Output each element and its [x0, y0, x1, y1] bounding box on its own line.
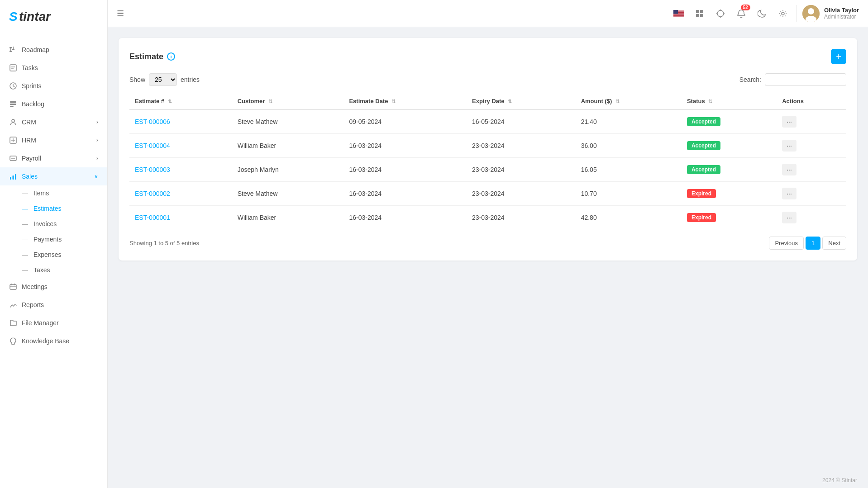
previous-button[interactable]: Previous: [769, 237, 804, 250]
next-button[interactable]: Next: [822, 237, 846, 250]
row-action-button[interactable]: ···: [782, 164, 796, 175]
svg-rect-38: [696, 14, 699, 17]
sidebar-item-invoices[interactable]: — Invoices: [22, 216, 107, 232]
entries-select[interactable]: 25 50 100: [149, 73, 177, 86]
table-row: EST-000002 Steve Mathew 16-03-2024 23-03…: [129, 182, 846, 206]
sidebar-item-label: HRM: [22, 137, 36, 144]
sidebar-item-knowledge-base[interactable]: Knowledge Base: [0, 332, 107, 350]
amount-cell: 21.40: [576, 109, 682, 134]
sort-icon: ⇅: [268, 99, 272, 104]
sidebar-nav: Roadmap Tasks Sprints Backlog: [0, 36, 107, 488]
sidebar-item-label: Backlog: [22, 100, 44, 108]
show-entries: Show 25 50 100 entries: [129, 73, 200, 86]
svg-point-45: [782, 12, 784, 15]
col-amount[interactable]: Amount ($) ⇅: [576, 93, 682, 109]
sidebar-item-taxes[interactable]: — Taxes: [22, 262, 107, 278]
payroll-chevron-icon: ›: [96, 155, 98, 161]
table-row: EST-000004 William Baker 16-03-2024 23-0…: [129, 134, 846, 158]
notification-count: 52: [741, 5, 750, 10]
sidebar: S tintar Roadmap Tasks Sprints: [0, 0, 108, 488]
estimate-link[interactable]: EST-000006: [135, 118, 170, 125]
sidebar-item-label: Payroll: [22, 155, 41, 162]
payroll-icon: [9, 154, 17, 162]
sales-submenu: — Items — Estimates — Invoices — Payment…: [0, 185, 107, 278]
page-1-button[interactable]: 1: [806, 237, 820, 250]
expiry-date-cell: 16-05-2024: [467, 109, 576, 134]
sales-icon: [9, 172, 17, 180]
crm-chevron-icon: ›: [96, 119, 98, 125]
svg-rect-20: [10, 177, 11, 180]
sidebar-item-meetings[interactable]: Meetings: [0, 278, 107, 296]
svg-rect-2: [10, 47, 12, 48]
sidebar-item-label: CRM: [22, 118, 36, 126]
col-label: Status: [687, 98, 705, 104]
status-badge: Expired: [687, 189, 716, 198]
svg-text:S: S: [9, 9, 18, 24]
sidebar-item-estimates[interactable]: — Estimates: [22, 201, 107, 216]
row-action-button[interactable]: ···: [782, 140, 796, 152]
status-badge: Accepted: [687, 141, 720, 150]
user-profile[interactable]: Olivia Taylor Administrator: [796, 5, 859, 22]
svg-point-40: [717, 10, 724, 17]
estimate-link[interactable]: EST-000002: [135, 190, 170, 197]
sidebar-item-backlog[interactable]: Backlog: [0, 95, 107, 113]
add-estimate-button[interactable]: +: [831, 49, 846, 64]
actions-cell: ···: [777, 182, 846, 206]
amount-cell: 42.80: [576, 206, 682, 230]
tasks-icon: [9, 64, 17, 72]
col-customer[interactable]: Customer ⇅: [232, 93, 344, 109]
col-status[interactable]: Status ⇅: [682, 93, 777, 109]
table-row: EST-000006 Steve Mathew 09-05-2024 16-05…: [129, 109, 846, 134]
backlog-icon: [9, 100, 17, 108]
col-label: Expiry Date: [472, 98, 505, 104]
col-estimate-num[interactable]: Estimate # ⇅: [129, 93, 232, 109]
page-title: Estimate: [129, 52, 163, 62]
amount-cell: 36.00: [576, 134, 682, 158]
sidebar-item-sprints[interactable]: Sprints: [0, 77, 107, 95]
sidebar-item-items[interactable]: — Items: [22, 185, 107, 201]
sidebar-item-sales[interactable]: Sales ∨: [0, 167, 107, 185]
estimate-link[interactable]: EST-000001: [135, 214, 170, 221]
estimate-date-cell: 16-03-2024: [343, 182, 467, 206]
header-actions: 52 Olivia Taylor Administrator: [672, 5, 859, 22]
sort-icon: ⇅: [708, 99, 712, 104]
sidebar-item-expenses[interactable]: — Expenses: [22, 247, 107, 262]
sidebar-item-file-manager[interactable]: File Manager: [0, 314, 107, 332]
focus-button[interactable]: [713, 6, 728, 21]
estimate-link[interactable]: EST-000003: [135, 166, 170, 173]
app-name: S tintar: [9, 14, 59, 27]
dark-mode-button[interactable]: [755, 6, 769, 21]
info-icon[interactable]: i: [167, 52, 175, 61]
col-expiry-date[interactable]: Expiry Date ⇅: [467, 93, 576, 109]
sidebar-sub-label: Estimates: [33, 205, 61, 212]
estimates-table: Estimate # ⇅ Customer ⇅ Estimate Date ⇅: [129, 93, 846, 229]
sidebar-item-reports[interactable]: Reports: [0, 296, 107, 314]
svg-text:tintar: tintar: [19, 9, 52, 24]
sidebar-item-payroll[interactable]: Payroll ›: [0, 149, 107, 167]
notifications-button[interactable]: 52: [734, 6, 749, 21]
svg-rect-33: [673, 14, 684, 15]
customer-cell: William Baker: [232, 134, 344, 158]
svg-rect-7: [10, 65, 16, 71]
settings-button[interactable]: [776, 6, 790, 21]
row-action-button[interactable]: ···: [782, 212, 796, 223]
menu-toggle-button[interactable]: ☰: [117, 9, 124, 19]
pagination: Previous 1 Next: [769, 237, 846, 250]
col-estimate-date[interactable]: Estimate Date ⇅: [343, 93, 467, 109]
expiry-date-cell: 23-03-2024: [467, 134, 576, 158]
sidebar-item-hrm[interactable]: HRM ›: [0, 131, 107, 149]
sidebar-item-payments[interactable]: — Payments: [22, 232, 107, 247]
row-action-button[interactable]: ···: [782, 188, 796, 199]
sidebar-item-tasks[interactable]: Tasks: [0, 59, 107, 77]
sidebar-item-label: Reports: [22, 301, 44, 308]
apps-button[interactable]: [692, 6, 707, 21]
search-input[interactable]: [765, 73, 846, 86]
sidebar-item-roadmap[interactable]: Roadmap: [0, 41, 107, 59]
sidebar-item-crm[interactable]: CRM ›: [0, 113, 107, 131]
svg-point-47: [808, 8, 814, 14]
svg-point-14: [12, 119, 14, 122]
estimate-link[interactable]: EST-000004: [135, 142, 170, 149]
svg-rect-23: [10, 284, 16, 289]
language-selector[interactable]: [672, 6, 686, 21]
row-action-button[interactable]: ···: [782, 116, 796, 128]
